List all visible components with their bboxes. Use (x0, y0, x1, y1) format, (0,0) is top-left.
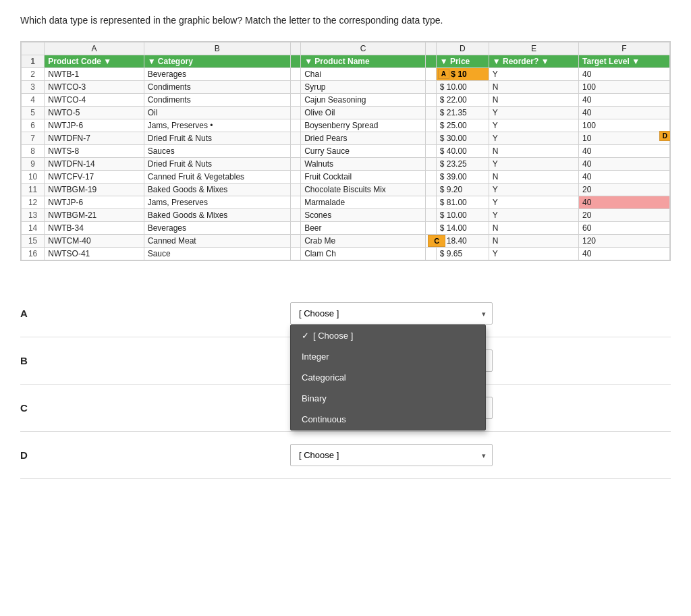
dropdown-a-open-menu[interactable]: [ Choose ] Integer Categorical Binary Co… (290, 325, 486, 430)
row-1-num: 1 (22, 55, 45, 68)
dropdown-d-wrapper[interactable]: [ Choose ] Integer Categorical Binary Co… (290, 444, 493, 466)
header-price: ▼ Price (436, 55, 489, 68)
question-text: Which data type is represented in the gr… (20, 13, 668, 28)
header-product-code: Product Code ▼ (45, 55, 144, 68)
col-header-row: A B B C D E F (22, 43, 670, 55)
table-row: 5 NWTO-5 Oil Olive Oil $ 21.35 Y 40 (22, 107, 670, 119)
corner-cell (22, 43, 45, 55)
col-d-header: D (436, 43, 489, 55)
header-category: ▼ Category (144, 55, 290, 68)
table-row: 8 NWTS-8 Sauces Curry Sauce $ 40.00 N 40 (22, 145, 670, 158)
answer-row-a: A [ Choose ] Integer Categorical Binary … (20, 290, 671, 337)
table-row: 6 NWTJP-6 Jams, Preserves • Boysenberry … (22, 119, 670, 132)
col-empty-header (290, 43, 300, 55)
dropdown-option-choose[interactable]: [ Choose ] (291, 325, 485, 346)
answer-label-a: A (20, 302, 61, 319)
spreadsheet: A B B C D E F 1 Product Code ▼ ▼ Categor… (20, 41, 671, 261)
table-row: 16 NWTSO-41 Sauce Clam Ch $ 9.65 Y 40 (22, 248, 670, 260)
pink-cell: 40 (579, 196, 670, 209)
dropdown-option-categorical[interactable]: Categorical (291, 367, 485, 388)
col-c-header: C (301, 43, 426, 55)
answer-section: A [ Choose ] Integer Categorical Binary … (20, 290, 671, 479)
table-row: 14 NWTB-34 Beverages Beer $ 14.00 N 60 (22, 222, 670, 235)
dropdown-a-wrapper[interactable]: [ Choose ] Integer Categorical Binary Co… (290, 302, 493, 325)
answer-label-b: B (20, 349, 61, 366)
table-header-row: 1 Product Code ▼ ▼ Category ▼ Product Na… (22, 55, 670, 68)
dropdown-option-binary[interactable]: Binary (291, 388, 485, 409)
header-empty (290, 55, 300, 68)
table-row: 11 NWTBGM-19 Baked Goods & Mixes Chocola… (22, 184, 670, 196)
header-reorder: ▼ Reorder? ▼ (489, 55, 578, 68)
header-product-name: ▼ Product Name (301, 55, 426, 68)
col-f-header: F (579, 43, 670, 55)
dropdown-d[interactable]: [ Choose ] Integer Categorical Binary Co… (290, 444, 493, 466)
dropdown-option-continuous[interactable]: Continuous (291, 409, 485, 430)
answer-row-d: D [ Choose ] Integer Categorical Binary … (20, 432, 671, 479)
a-annotation-badge: A (438, 69, 449, 79)
price-cell-a: A $ 10 (436, 68, 489, 81)
c-annotation-badge: C (428, 235, 445, 247)
header-target-level: Target Level ▼ (579, 55, 670, 68)
header-empty2 (426, 55, 436, 68)
table-row: 13 NWTBGM-21 Baked Goods & Mixes Scones … (22, 209, 670, 222)
table-row: 15 NWTCM-40 Canned Meat Crab Me C $ 18.4… (22, 235, 670, 248)
d-annotation-badge: D (659, 131, 671, 141)
table-row: 2 NWTB-1 Beverages Chai A $ 10 Y 40 (22, 68, 670, 81)
answer-label-d: D (20, 444, 61, 461)
table-row: 4 NWTCO-4 Condiments Cajun Seasoning $ 2… (22, 94, 670, 107)
table-row: 12 NWTJP-6 Jams, Preserves Marmalade $ 8… (22, 196, 670, 209)
spreadsheet-table: A B B C D E F 1 Product Code ▼ ▼ Categor… (21, 42, 670, 260)
table-row: 9 NWTDFN-14 Dried Fruit & Nuts Walnuts $… (22, 158, 670, 171)
table-row: 3 NWTCO-3 Condiments Syrup $ 10.00 N 100 (22, 81, 670, 94)
answer-label-c: C (20, 397, 61, 414)
col-b-header: B B (144, 43, 290, 55)
col-empty2-header (426, 43, 436, 55)
table-row: 10 NWTCFV-17 Canned Fruit & Vegetables F… (22, 171, 670, 184)
dropdown-option-integer[interactable]: Integer (291, 346, 485, 367)
col-e-header: E (489, 43, 578, 55)
dropdown-a[interactable]: [ Choose ] Integer Categorical Binary Co… (290, 302, 493, 325)
table-row: 7 NWTDFN-7 Dried Fruit & Nuts Dried Pear… (22, 132, 670, 145)
col-a-header: A (45, 43, 144, 55)
